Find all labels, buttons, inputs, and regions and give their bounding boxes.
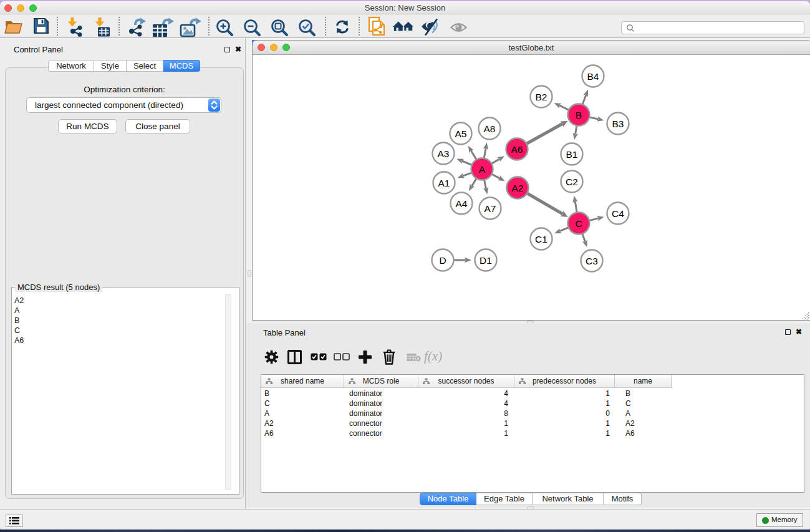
svg-text:A3: A3 xyxy=(438,148,450,159)
svg-text:A1: A1 xyxy=(438,178,450,188)
svg-text:C3: C3 xyxy=(586,256,598,266)
svg-text:A6: A6 xyxy=(511,144,523,155)
svg-text:C: C xyxy=(575,218,582,229)
svg-text:A8: A8 xyxy=(484,123,496,134)
svg-text:A5: A5 xyxy=(455,128,467,139)
svg-text:A7: A7 xyxy=(485,203,496,214)
svg-text:B4: B4 xyxy=(587,71,599,82)
svg-text:B2: B2 xyxy=(536,92,547,102)
svg-text:D1: D1 xyxy=(480,255,492,266)
svg-text:C1: C1 xyxy=(535,234,547,244)
svg-text:D: D xyxy=(439,255,446,266)
svg-text:A: A xyxy=(479,164,486,175)
svg-text:B3: B3 xyxy=(612,118,624,129)
svg-text:A2: A2 xyxy=(512,183,524,193)
svg-text:B: B xyxy=(576,110,582,120)
svg-text:B1: B1 xyxy=(566,149,578,160)
svg-text:C2: C2 xyxy=(566,177,578,187)
svg-text:C4: C4 xyxy=(612,208,624,219)
svg-text:A4: A4 xyxy=(456,198,468,209)
